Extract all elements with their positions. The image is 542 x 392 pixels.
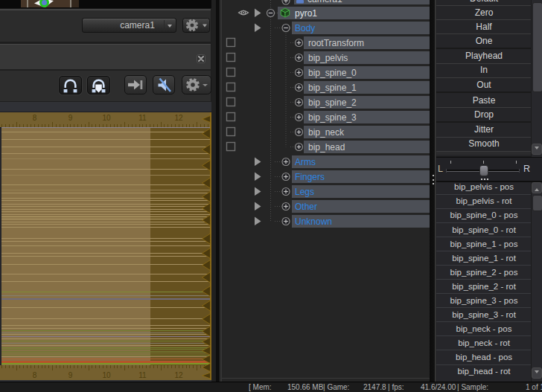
svg-text:12: 12: [174, 114, 183, 122]
svg-text:11: 11: [138, 371, 147, 379]
svg-text:8: 8: [33, 371, 37, 379]
svg-text:9: 9: [68, 371, 73, 379]
svg-text:10: 10: [102, 371, 111, 379]
svg-text:8: 8: [33, 114, 37, 122]
svg-text:11: 11: [138, 114, 147, 122]
svg-text:12: 12: [174, 371, 183, 379]
svg-text:10: 10: [102, 114, 111, 122]
svg-text:9: 9: [68, 114, 73, 122]
